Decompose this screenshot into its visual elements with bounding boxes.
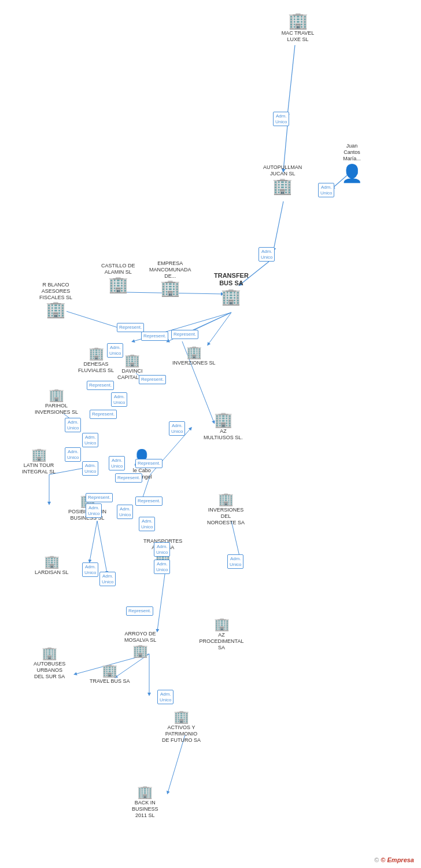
node-inversiones-sl: 🏢 INVERZIONES SL xyxy=(172,346,216,366)
copyright-brand: © Empresa xyxy=(381,856,414,863)
label-inversiones-noroeste: INVERSIONESDELNOROESTE SA xyxy=(207,507,245,525)
label-activos: ACTIVOS YPATRIMONIODE FUTURO SA xyxy=(162,724,201,743)
node-autobuses: 🏢 AUTOBUSESURBANOSDEL SUR SA xyxy=(34,647,65,679)
badge-adm-unico-noroeste[interactable]: Adm.Unico xyxy=(227,554,243,569)
badge-adm-unico-7[interactable]: Adm.Unico xyxy=(65,447,81,462)
node-activos: 🏢 ACTIVOS YPATRIMONIODE FUTURO SA xyxy=(162,711,201,743)
building-icon-az-proc: 🏢 xyxy=(214,618,230,631)
building-icon-az-multiusos: 🏢 xyxy=(214,412,232,427)
building-icon-mac-travel: 🏢 xyxy=(288,13,308,29)
node-dehesas: 🏢 DEHESASFLUVIALES SL xyxy=(78,347,114,374)
badge-represent-2[interactable]: Represent. xyxy=(141,332,168,341)
node-r-blanco: R BLANCOASESORESFISCALES SL 🏢 xyxy=(39,281,72,318)
diagram-container: 🏢 MAC TRAVEL LUXE SL Adm.Unico AUTOPULLM… xyxy=(0,0,421,868)
badge-adm-unico-p2[interactable]: Adm.Unico xyxy=(117,505,133,519)
svg-line-24 xyxy=(168,735,185,793)
badge-adm-unico-p3[interactable]: Adm.Unico xyxy=(139,517,155,531)
node-mac-travel: 🏢 MAC TRAVEL LUXE SL xyxy=(275,13,321,43)
badge-represent-aura[interactable]: Represent. xyxy=(126,606,153,616)
node-empresa-mancomunada: EMPRESAMANCOMUNADADE... 🏢 xyxy=(149,259,191,296)
svg-line-19 xyxy=(97,521,107,573)
building-icon-autopullman: 🏢 xyxy=(272,178,293,194)
badge-represent-cabo[interactable]: Represent. xyxy=(135,459,163,468)
label-dehesas: DEHESASFLUVIALES SL xyxy=(78,361,114,374)
badge-represent-pos-2[interactable]: Represent. xyxy=(115,473,142,483)
node-az-procedimental: 🏢 AZPROCEDIMENTAL SA xyxy=(198,618,245,650)
building-icon-dehesas: 🏢 xyxy=(88,347,104,360)
label-inversiones-sl: INVERZIONES SL xyxy=(172,360,216,366)
badge-represent-parihol[interactable]: Represent. xyxy=(90,410,117,419)
label-mac-travel: MAC TRAVEL LUXE SL xyxy=(275,30,321,43)
badge-adm-unico-lardisan-1[interactable]: Adm.Unico xyxy=(82,562,98,577)
building-icon-lardisan: 🏢 xyxy=(44,556,60,568)
badge-adm-unico-aura-2[interactable]: Adm.Unico xyxy=(154,560,170,574)
badge-adm-unico-latin-1[interactable]: Adm.Unico xyxy=(82,461,98,476)
label-latin-tour: LATIN TOURINTEGRAL SL xyxy=(22,462,56,475)
label-az-multiusos: AZMULTIUSOS SL. xyxy=(204,428,243,441)
building-icon-inversiones-sl: 🏢 xyxy=(186,346,202,359)
svg-line-18 xyxy=(90,521,97,561)
building-icon-parihol: 🏢 xyxy=(49,389,64,402)
badge-adm-unico-1[interactable]: Adm.Unico xyxy=(273,112,289,126)
svg-line-0 xyxy=(287,45,295,116)
badge-adm-unico-aura-1[interactable]: Adm.Unico xyxy=(154,542,170,557)
node-parihol: 🏢 PARIHOLINVERSIONES SL xyxy=(35,389,78,415)
building-icon-travel-bus: 🏢 xyxy=(102,664,117,677)
svg-line-8 xyxy=(208,312,231,344)
building-icon-inversiones-noroeste: 🏢 xyxy=(218,493,234,506)
badge-adm-unico-pos[interactable]: Adm.Unico xyxy=(86,503,102,518)
badge-represent-3[interactable]: Represent. xyxy=(171,330,198,339)
node-az-multiusos: 🏢 AZMULTIUSOS SL. xyxy=(204,412,243,441)
building-icon-transfer: 🏢 xyxy=(221,289,241,305)
node-arroyo: ARROYO DEMOSALVA SL 🏢 xyxy=(124,630,156,657)
building-icon-empresa: 🏢 xyxy=(160,280,180,296)
label-back-in-business: BACK INBUSINESS2011 SL xyxy=(132,800,158,818)
copyright: © © Empresa xyxy=(374,856,414,863)
badge-adm-unico-4[interactable]: Adm.Unico xyxy=(111,392,127,407)
label-juan-cantos: JuanCantosMaría... xyxy=(343,143,361,161)
building-icon-latin-tour: 🏢 xyxy=(31,448,47,461)
badge-represent-5[interactable]: Represent. xyxy=(87,381,114,390)
badge-represent-1[interactable]: Represent. xyxy=(117,323,144,332)
building-icon-autobuses: 🏢 xyxy=(42,647,57,660)
label-empresa-mancomunada: EMPRESAMANCOMUNADADE... xyxy=(149,260,191,279)
node-back-in-business: 🏢 BACK INBUSINESS2011 SL xyxy=(132,786,158,818)
building-icon-castillo: 🏢 xyxy=(108,277,128,293)
badge-adm-unico-3[interactable]: Adm.Unico xyxy=(258,247,275,262)
label-arroyo-top: ARROYO DEMOSALVA SL xyxy=(124,631,156,643)
building-icon-activos: 🏢 xyxy=(173,711,189,723)
building-icon-r-blanco: 🏢 xyxy=(46,301,66,318)
node-travel-bus: 🏢 TRAVEL BUS SA xyxy=(90,664,130,685)
badge-adm-unico-6[interactable]: Adm.Unico xyxy=(82,433,98,447)
badge-adm-unico-latin-2[interactable]: Adm.Unico xyxy=(109,456,125,470)
badge-adm-unico-lardisan-2[interactable]: Adm.Unico xyxy=(99,572,116,586)
badge-adm-unico-5[interactable]: Adm.Unico xyxy=(65,418,81,432)
building-icon-davinci: 🏢 xyxy=(124,354,140,367)
node-latin-tour: 🏢 LATIN TOURINTEGRAL SL xyxy=(22,448,56,475)
node-transfer-bus: TRANSFERBUS SA 🏢 xyxy=(214,271,249,305)
badge-represent-inv[interactable]: Represent. xyxy=(135,496,163,506)
svg-line-25 xyxy=(231,521,240,558)
badge-adm-unico-autopullman[interactable]: Adm.Unico xyxy=(318,183,334,197)
node-castillo: CASTILLO DEALAMIN SL 🏢 xyxy=(101,262,135,293)
node-lardisan: 🏢 LARDISAN SL xyxy=(35,556,69,576)
badge-adm-unico-az[interactable]: Adm.Unico xyxy=(169,421,185,436)
badge-adm-unico-activos[interactable]: Adm.Unico xyxy=(157,690,173,704)
label-travel-bus: TRAVEL BUS SA xyxy=(90,678,130,685)
svg-line-3 xyxy=(274,201,283,250)
label-az-procedimental: AZPROCEDIMENTAL SA xyxy=(198,632,245,650)
label-transfer-bus: TRANSFERBUS SA xyxy=(214,272,249,287)
badge-represent-pos-1[interactable]: Represent. xyxy=(86,493,113,502)
node-juan-cantos: JuanCantosMaría... 👤 xyxy=(341,142,363,183)
label-parihol: PARIHOLINVERSIONES SL xyxy=(35,403,78,415)
label-castillo: CASTILLO DEALAMIN SL xyxy=(101,263,135,275)
building-icon-arroyo: 🏢 xyxy=(132,645,148,657)
node-inversiones-noroeste: 🏢 INVERSIONESDELNOROESTE SA xyxy=(207,493,245,525)
badge-represent-6[interactable]: Represent. xyxy=(139,375,166,384)
label-autobuses: AUTOBUSESURBANOSDEL SUR SA xyxy=(34,661,65,679)
node-autopullman: AUTOPULLMANJUCAN SL 🏢 xyxy=(263,163,302,194)
svg-line-10 xyxy=(67,311,121,329)
label-r-blanco: R BLANCOASESORESFISCALES SL xyxy=(39,282,72,300)
label-autopullman-top: AUTOPULLMANJUCAN SL xyxy=(263,164,302,177)
person-icon-juan: 👤 xyxy=(341,163,363,183)
